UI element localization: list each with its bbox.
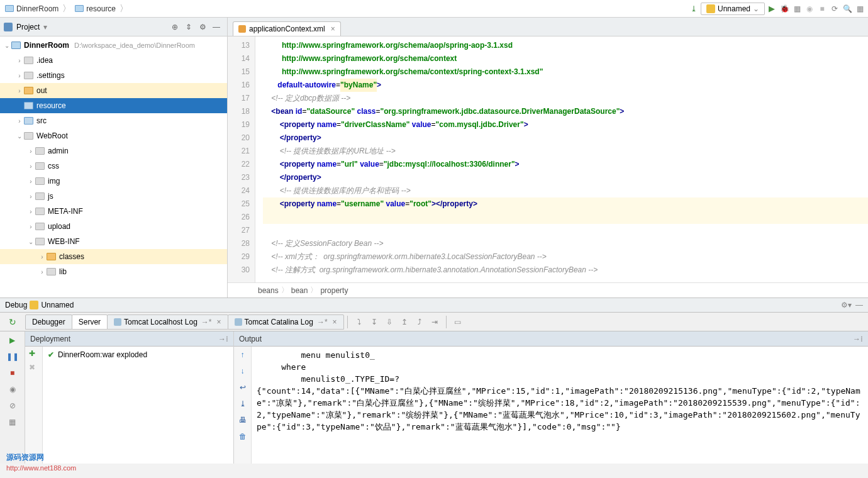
tree-item[interactable]: ›out — [0, 83, 227, 98]
pin-icon[interactable]: →⁞ — [218, 335, 228, 343]
tree-item[interactable]: ⌄WebRoot — [0, 128, 227, 143]
view-breakpoints-icon[interactable]: ◉ — [6, 383, 19, 396]
xml-file-icon — [238, 25, 246, 33]
debug-sidebar: ▶ ❚❚ ■ ◉ ⊘ ▦ — [0, 331, 25, 464]
deploy-icon[interactable]: ✚ — [29, 349, 39, 359]
project-tree[interactable]: ⌄ DinnerRoom D:\workspace_idea_demo\Dinn… — [0, 36, 227, 297]
deployment-tools: ✚ ✖ — [25, 347, 43, 464]
step-out-icon[interactable]: ↥ — [398, 316, 411, 328]
tree-item[interactable]: ›css — [0, 158, 227, 174]
hide-icon[interactable]: — — [855, 301, 863, 309]
collapse-icon[interactable]: ⇕ — [183, 21, 194, 33]
tree-item[interactable]: ›src — [0, 113, 227, 128]
deployment-panel: Deployment →⁞ ✚ ✖ ✔ DinnerRoom:war explo… — [25, 331, 234, 464]
code-editor[interactable]: 131415161718192021222324252627282930 htt… — [228, 36, 868, 282]
project-panel-header: Project ▾ ⊕ ⇕ ⚙ — — [0, 18, 227, 36]
profile-icon[interactable]: ◉ — [804, 3, 815, 14]
project-icon — [4, 23, 13, 31]
evaluate-icon[interactable]: ▭ — [452, 316, 464, 328]
tree-item[interactable]: ›admin — [0, 143, 227, 158]
output-header: Output →⁞ — [234, 331, 868, 347]
debug-title: Debug — [5, 301, 27, 309]
tree-item[interactable]: ›META-INF — [0, 204, 227, 219]
log-icon — [235, 318, 242, 326]
pause-icon[interactable]: ❚❚ — [6, 350, 19, 363]
editor: applicationContext.xml × 131415161718192… — [228, 18, 868, 297]
hide-icon[interactable]: — — [211, 21, 222, 33]
structure-breadcrumb[interactable]: beans〉 bean〉 property — [228, 282, 868, 297]
target-icon[interactable]: ⊕ — [169, 21, 181, 33]
print-icon[interactable]: 🖶 — [237, 414, 248, 426]
gear-icon[interactable]: ⚙▾ — [841, 301, 852, 309]
clear-icon[interactable]: 🗑 — [237, 431, 248, 442]
build-icon[interactable]: ⤓ — [688, 3, 699, 14]
tree-item[interactable]: resource — [0, 98, 227, 113]
layout-icon[interactable]: ▦ — [6, 416, 19, 428]
debug-header: Debug Unnamed ⚙▾ — — [0, 297, 868, 313]
close-icon[interactable]: × — [216, 318, 221, 326]
breadcrumb-folder[interactable]: resource — [72, 4, 118, 13]
run-config-selector[interactable]: Unnamed ⌄ — [701, 3, 765, 15]
rerun-icon[interactable]: ↻ — [0, 317, 25, 327]
debug-config-name: Unnamed — [41, 301, 74, 309]
run-to-cursor-icon[interactable]: ⇥ — [428, 316, 441, 328]
update-icon[interactable]: ⟳ — [829, 3, 840, 14]
chevron-down-icon[interactable]: ▾ — [43, 23, 47, 31]
tree-item[interactable]: ›.settings — [0, 68, 227, 83]
log-icon — [114, 318, 121, 326]
output-panel: Output →⁞ ↑ ↓ ↩ ⤓ 🖶 🗑 menu menulist0_ wh… — [234, 331, 868, 464]
project-panel-title: Project — [16, 23, 40, 31]
debug-tab-row: ↻ Debugger Server Tomcat Localhost Log→*… — [0, 313, 868, 331]
tree-item[interactable]: ›upload — [0, 219, 227, 234]
editor-tabs: applicationContext.xml × — [228, 18, 868, 36]
scroll-down-icon[interactable]: ↓ — [237, 365, 248, 377]
force-step-into-icon[interactable]: ⇩ — [383, 316, 396, 328]
tomcat-icon — [706, 4, 715, 13]
tree-root[interactable]: ⌄ DinnerRoom D:\workspace_idea_demo\Dinn… — [0, 38, 227, 53]
tree-item[interactable]: ›lib — [0, 264, 227, 279]
console-output[interactable]: menu menulist0_ where menulist0_.TYPE_ID… — [252, 347, 868, 464]
gear-icon[interactable]: ⚙ — [197, 21, 208, 33]
chevron-down-icon: ⌄ — [753, 4, 759, 13]
stop-icon[interactable]: ■ — [816, 3, 828, 14]
tree-item[interactable]: ›js — [0, 189, 227, 204]
tab-debugger[interactable]: Debugger — [25, 314, 72, 330]
coverage-icon[interactable]: ▦ — [791, 3, 803, 14]
tab-catalina-log[interactable]: Tomcat Catalina Log→*× — [228, 314, 344, 330]
run-icon[interactable]: ▶ — [766, 3, 777, 14]
search-icon[interactable]: 🔍 — [842, 3, 853, 14]
breadcrumb-project[interactable]: DinnerRoom — [3, 4, 61, 13]
run-config-label: Unnamed — [718, 4, 750, 13]
gutter: 131415161718192021222324252627282930 — [228, 36, 255, 282]
breadcrumb-bar: DinnerRoom 〉 resource 〉 ⤓ Unnamed ⌄ ▶ 🐞 … — [0, 0, 868, 18]
tomcat-icon — [30, 301, 38, 309]
tree-item[interactable]: ⌄WEB-INF — [0, 234, 227, 249]
undeploy-icon[interactable]: ✖ — [29, 363, 39, 373]
mute-breakpoints-icon[interactable]: ⊘ — [6, 399, 19, 412]
deployment-item[interactable]: ✔ DinnerRoom:war exploded — [45, 349, 231, 360]
editor-tab-label: applicationContext.xml — [249, 25, 325, 33]
project-panel: Project ▾ ⊕ ⇕ ⚙ — ⌄ DinnerRoom D:\worksp… — [0, 18, 228, 297]
tab-server[interactable]: Server — [72, 314, 108, 330]
chevron-right-icon: 〉 — [118, 3, 130, 14]
deployment-header: Deployment →⁞ — [25, 331, 233, 347]
tree-item[interactable]: ›classes — [0, 249, 227, 264]
scroll-up-icon[interactable]: ↑ — [237, 349, 248, 360]
tree-item[interactable]: ›img — [0, 174, 227, 189]
step-into-icon[interactable]: ↧ — [368, 316, 381, 328]
close-icon[interactable]: × — [333, 318, 337, 326]
settings-icon[interactable]: ▦ — [854, 3, 865, 14]
step-over-icon[interactable]: ⤵ — [353, 316, 365, 328]
scroll-to-end-icon[interactable]: ⤓ — [237, 398, 248, 409]
soft-wrap-icon[interactable]: ↩ — [237, 382, 248, 393]
check-icon: ✔ — [48, 350, 54, 359]
resume-icon[interactable]: ▶ — [6, 334, 19, 347]
tree-item[interactable]: ›.idea — [0, 53, 227, 68]
debug-icon[interactable]: 🐞 — [779, 3, 790, 14]
close-icon[interactable]: × — [331, 25, 335, 33]
stop-icon[interactable]: ■ — [6, 367, 19, 379]
tab-localhost-log[interactable]: Tomcat Localhost Log→*× — [107, 314, 228, 330]
pin-icon[interactable]: →⁞ — [853, 335, 863, 343]
drop-frame-icon[interactable]: ⤴ — [413, 316, 426, 328]
editor-tab[interactable]: applicationContext.xml × — [233, 21, 341, 36]
